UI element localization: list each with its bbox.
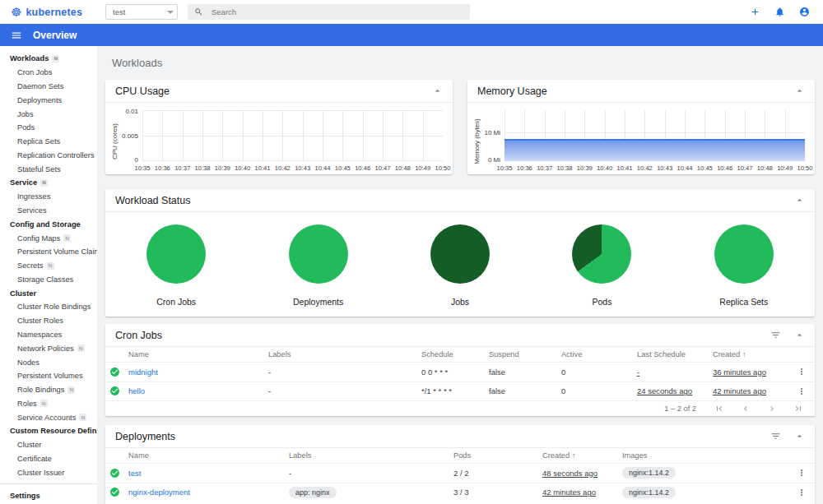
sidebar-item-settings[interactable]: Settings <box>0 488 97 502</box>
sidebar-item-stateful-sets[interactable]: Stateful Sets <box>0 162 97 176</box>
cpu-chart-plot <box>142 110 443 161</box>
sidebar-item-config-maps[interactable]: Config MapsN <box>0 231 97 245</box>
filter-list-icon[interactable] <box>770 431 781 442</box>
sidebar-section-config-and-storage[interactable]: Config and Storage <box>0 217 97 231</box>
sidebar-item-namespaces[interactable]: Namespaces <box>0 328 97 342</box>
sidebar-item-label: Persistent Volume Claims <box>17 247 97 256</box>
sidebar-item-cluster-roles[interactable]: Cluster Roles <box>0 314 97 328</box>
sidebar-item-label: Services <box>17 206 47 215</box>
filter-list-icon[interactable] <box>770 330 781 340</box>
collapse-caret-icon[interactable] <box>432 86 443 96</box>
table-header-row: NameLabelsScheduleSuspendActiveLast Sche… <box>105 347 815 362</box>
hamburger-menu-icon[interactable] <box>11 30 22 41</box>
column-header-active[interactable]: Active <box>561 350 637 358</box>
x-tick-label: 10:46 <box>717 164 732 172</box>
x-tick-label: 10:35 <box>496 164 512 172</box>
sidebar-item-replica-sets[interactable]: Replica Sets <box>0 135 97 149</box>
column-header-created[interactable]: Created↑ <box>542 451 622 460</box>
cpu-card-title: CPU Usage <box>115 86 170 97</box>
sidebar-item-storage-classes[interactable]: Storage Classes <box>0 273 97 287</box>
created-value[interactable]: 48 seconds ago <box>542 469 597 478</box>
collapse-caret-icon[interactable] <box>794 431 805 442</box>
collapse-caret-icon[interactable] <box>794 330 805 340</box>
account-icon[interactable] <box>799 7 810 17</box>
column-header-created[interactable]: Created↑ <box>713 350 793 358</box>
cron-jobs-table: NameLabelsScheduleSuspendActiveLast Sche… <box>105 347 815 400</box>
x-tick-label: 10:41 <box>616 164 632 172</box>
sidebar-section-custom-resource-definitions[interactable]: Custom Resource Definitions <box>0 424 97 438</box>
x-tick-label: 10:50 <box>435 164 450 172</box>
deployment-name-link[interactable]: test <box>128 469 141 478</box>
sidebar-section-label: Custom Resource Definitions <box>10 427 97 435</box>
deployment-name-link[interactable]: nginx-deployment <box>128 488 190 497</box>
kebab-menu-icon[interactable] <box>793 488 815 497</box>
sidebar-item-pods[interactable]: Pods <box>0 121 97 135</box>
column-header-images[interactable]: Images <box>622 451 793 460</box>
column-label: Suspend <box>489 350 519 358</box>
sidebar-item-network-policies[interactable]: Network PoliciesN <box>0 341 97 355</box>
pie-chart[interactable] <box>430 224 490 284</box>
kebab-menu-icon[interactable] <box>793 367 815 377</box>
sidebar-section-workloads[interactable]: WorkloadsN <box>0 52 97 66</box>
sidebar-item-cron-jobs[interactable]: Cron Jobs <box>0 66 97 80</box>
bell-icon[interactable] <box>774 7 785 17</box>
last-schedule-value[interactable]: - <box>637 368 639 377</box>
collapse-caret-icon[interactable] <box>794 86 805 96</box>
column-header-last-schedule[interactable]: Last Schedule <box>637 350 713 358</box>
last-schedule-value[interactable]: 24 seconds ago <box>637 386 692 395</box>
sidebar-item-deployments[interactable]: Deployments <box>0 93 97 107</box>
column-header-labels[interactable]: Labels <box>268 350 421 358</box>
column-header-pods[interactable]: Pods <box>453 451 542 460</box>
sidebar-item-ingresses[interactable]: Ingresses <box>0 190 97 204</box>
plus-icon[interactable] <box>750 7 760 17</box>
first-page-icon[interactable] <box>714 404 724 414</box>
sidebar-item-cluster[interactable]: Cluster <box>0 438 97 452</box>
sidebar-item-certificate[interactable]: Certificate <box>0 452 97 466</box>
kubernetes-logo[interactable]: ☸ kubernetes <box>0 6 97 18</box>
kebab-menu-icon[interactable] <box>793 386 815 396</box>
last-page-icon[interactable] <box>793 404 803 414</box>
column-header-suspend[interactable]: Suspend <box>489 350 561 358</box>
column-label: Pods <box>453 451 471 460</box>
column-header-name[interactable]: Name <box>128 350 268 358</box>
column-label: Created <box>713 350 740 358</box>
sidebar-item-daemon-sets[interactable]: Daemon Sets <box>0 80 97 94</box>
collapse-caret-icon[interactable] <box>794 195 805 206</box>
sidebar-section-label: Cluster <box>10 289 36 298</box>
sidebar-item-nodes[interactable]: Nodes <box>0 355 97 369</box>
column-header-labels[interactable]: Labels <box>289 451 453 460</box>
cronjob-name-link[interactable]: hello <box>128 386 145 395</box>
sidebar-item-role-bindings[interactable]: Role BindingsN <box>0 383 97 397</box>
sidebar-item-secrets[interactable]: SecretsN <box>0 259 97 273</box>
sidebar-item-persistent-volume-claims[interactable]: Persistent Volume ClaimsN <box>0 245 97 259</box>
sidebar-item-persistent-volumes[interactable]: Persistent Volumes <box>0 369 97 383</box>
sidebar-item-replication-controllers[interactable]: Replication Controllers <box>0 148 97 162</box>
search-input[interactable] <box>212 7 463 16</box>
sidebar-item-services[interactable]: Services <box>0 204 97 218</box>
namespace-selector[interactable]: test <box>105 4 178 20</box>
column-header-name[interactable]: Name <box>128 451 289 460</box>
cpu-y-axis-label: CPU (cores) <box>110 123 118 159</box>
prev-page-icon[interactable] <box>741 404 751 414</box>
pie-chart[interactable] <box>572 224 631 284</box>
created-value[interactable]: 42 minutes ago <box>542 488 596 497</box>
kebab-menu-icon[interactable] <box>793 468 815 478</box>
sidebar-section-cluster[interactable]: Cluster <box>0 286 97 300</box>
next-page-icon[interactable] <box>767 404 777 414</box>
pie-chart[interactable] <box>289 224 348 284</box>
sidebar-item-jobs[interactable]: Jobs <box>0 107 97 121</box>
sidebar-item-cluster-role-bindings[interactable]: Cluster Role Bindings <box>0 300 97 314</box>
sidebar-item-cluster-issuer[interactable]: Cluster Issuer <box>0 465 97 479</box>
column-header-schedule[interactable]: Schedule <box>421 350 489 358</box>
sidebar-item-service-accounts[interactable]: Service AccountsN <box>0 410 97 424</box>
sidebar-item-label: Deployments <box>17 96 62 104</box>
cronjob-suspend: false <box>489 368 561 377</box>
sidebar-section-service[interactable]: ServiceN <box>0 176 97 190</box>
sidebar-item-roles[interactable]: RolesN <box>0 397 97 411</box>
created-value[interactable]: 42 minutes ago <box>713 386 766 395</box>
deployment-name: nginx-deployment <box>128 488 289 497</box>
pie-chart[interactable] <box>146 224 206 284</box>
pie-chart[interactable] <box>714 224 774 284</box>
cronjob-name-link[interactable]: midnight <box>128 368 158 377</box>
created-value[interactable]: 36 minutes ago <box>713 368 766 377</box>
